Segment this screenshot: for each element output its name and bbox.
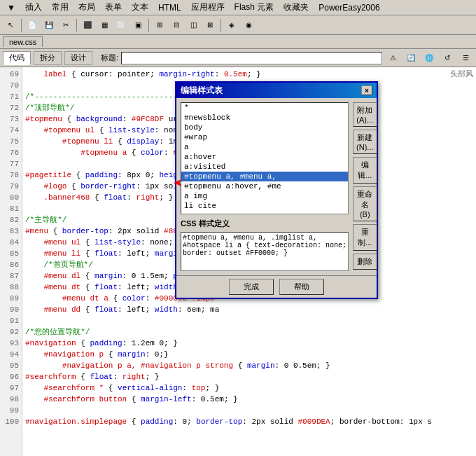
dialog-right-panel: 附加(A)... 新建(N)... 编辑... 重命名(B) 重制... 删除: [353, 102, 377, 271]
css-editor-dialog: 编辑样式表 × * #newsblock body #wrap a a:hove…: [175, 81, 378, 299]
css-definition-box: #topmenu a, #menu a, .imglist a, #hotspa…: [181, 232, 349, 271]
toolbar-btn-13[interactable]: ◉: [241, 18, 256, 33]
code-line-90: #menu dd { float: left; width: 6em; ma: [25, 304, 473, 315]
toolbar-btn-12[interactable]: ◈: [224, 18, 239, 33]
toolbar-reload[interactable]: ↺: [440, 50, 455, 66]
menu-dropdown-arrow[interactable]: ▼: [3, 1, 20, 14]
menu-form[interactable]: 表单: [101, 0, 126, 15]
delete-btn[interactable]: 删除: [353, 254, 377, 270]
list-item-a-img[interactable]: a img: [181, 191, 348, 201]
design-view-btn[interactable]: 设计: [64, 51, 92, 65]
menu-layout[interactable]: 布局: [74, 0, 99, 15]
list-item-topmenu-a[interactable]: #topmenu a, #menu a,: [181, 172, 348, 181]
title-input[interactable]: [121, 52, 382, 64]
ln-73: 73: [0, 113, 22, 125]
new-btn[interactable]: 新建(N)...: [353, 130, 377, 154]
menu-favorites[interactable]: 收藏夹: [279, 0, 313, 15]
attach-btn[interactable]: 附加(A)...: [353, 102, 377, 127]
view-toolbar: 代码 拆分 设计 标题: ⚠ 🔄 🌐 ↺ ☰: [0, 49, 476, 67]
toolbar-cursor[interactable]: ↖: [3, 18, 18, 33]
toolbar-btn-8[interactable]: ⊞: [152, 18, 167, 33]
ln-91: 91: [0, 315, 22, 326]
menu-insert[interactable]: 插入: [21, 0, 46, 15]
ln-94: 94: [0, 349, 22, 360]
dialog-close-btn[interactable]: ×: [361, 85, 372, 95]
ln-76: 76: [0, 147, 22, 158]
code-line-96: #searchform { float: right; }: [25, 371, 473, 382]
list-item-a[interactable]: a: [181, 142, 348, 152]
toolbar-btn-9[interactable]: ⊟: [169, 18, 184, 33]
toolbar-btn-6[interactable]: ⬜: [113, 18, 129, 33]
css-def-label: CSS 样式定义: [181, 219, 349, 229]
code-line-99: [25, 405, 473, 416]
list-item-a-hover[interactable]: a:hover: [181, 152, 348, 162]
code-line-98: #searchform button { margin-left: 0.5em;…: [25, 394, 473, 405]
ln-78: 78: [0, 170, 22, 181]
toolbar-sep-4: [220, 19, 221, 32]
toolbar-btn-3[interactable]: ✂: [58, 18, 74, 33]
css-selector-list[interactable]: * #newsblock body #wrap a a:hover a:visi…: [181, 102, 349, 214]
ln-86: 86: [0, 259, 22, 270]
help-btn[interactable]: 帮助: [279, 279, 324, 295]
split-view-btn[interactable]: 拆分: [34, 51, 62, 65]
ln-96: 96: [0, 371, 22, 382]
ln-90: 90: [0, 304, 22, 315]
dialog-title: 编辑样式表: [181, 85, 223, 97]
editor-area: 69 70 71 72 73 74 75 76 77 78 79 80 81 8…: [0, 67, 476, 456]
edit-btn[interactable]: 编辑...: [353, 157, 377, 184]
toolbar-sep-1: [21, 19, 22, 32]
menu-common[interactable]: 常用: [48, 0, 73, 15]
file-tab[interactable]: new.css: [3, 36, 43, 47]
duplicate-btn[interactable]: 重制...: [353, 224, 377, 251]
ln-75: 75: [0, 136, 22, 147]
ln-97: 97: [0, 382, 22, 394]
ln-99: 99: [0, 405, 22, 416]
section-label: 头部风: [450, 69, 473, 80]
list-item-star[interactable]: *: [181, 103, 348, 113]
dialog-left-panel: * #newsblock body #wrap a a:hover a:visi…: [181, 102, 349, 271]
menu-flash[interactable]: Flash 元素: [230, 0, 279, 15]
rename-btn[interactable]: 重命名(B): [353, 186, 377, 221]
code-view-btn[interactable]: 代码: [3, 51, 31, 65]
menu-powereasy[interactable]: PowerEasy2006: [314, 1, 384, 14]
ln-81: 81: [0, 203, 22, 214]
list-item-newsblock[interactable]: #newsblock: [181, 113, 348, 123]
list-item-a-visited[interactable]: a:visited: [181, 162, 348, 172]
list-item-wrap[interactable]: #wrap: [181, 132, 348, 142]
menu-text[interactable]: 文本: [127, 0, 153, 15]
ln-72: 72: [0, 102, 22, 113]
main-toolbar: ↖ 📄 💾 ✂ ⬛ ▦ ⬜ ▣ ⊞ ⊟ ◫ ⊠ ◈ ◉: [0, 15, 476, 35]
toolbar-warning[interactable]: ⚠: [385, 50, 400, 66]
list-item-li-cite[interactable]: li cite: [181, 201, 348, 211]
ln-80: 80: [0, 192, 22, 203]
file-tabbar: new.css: [0, 35, 476, 49]
toolbar-btn-1[interactable]: 📄: [24, 18, 40, 33]
code-line-69: label { cursor: pointer; margin-right: 0…: [25, 69, 473, 80]
ln-85: 85: [0, 248, 22, 259]
dialog-footer: 完成 帮助: [176, 275, 377, 298]
toolbar-btn-5[interactable]: ▦: [97, 18, 112, 33]
dialog-titlebar: 编辑样式表 ×: [176, 83, 377, 98]
title-label: 标题:: [101, 53, 118, 63]
toolbar-settings[interactable]: ☰: [458, 50, 473, 66]
done-btn[interactable]: 完成: [229, 279, 274, 295]
code-line-100: #navigation.simplepage { padding: 0; bor…: [25, 416, 473, 427]
toolbar-globe[interactable]: 🌐: [421, 50, 437, 66]
ln-70: 70: [0, 80, 22, 91]
toolbar-btn-7[interactable]: ▣: [130, 18, 146, 33]
ln-69: 69: [0, 69, 22, 80]
menu-html[interactable]: HTML: [154, 1, 186, 14]
toolbar-btn-2[interactable]: 💾: [41, 18, 57, 33]
ln-92: 92: [0, 326, 22, 338]
list-item-body[interactable]: body: [181, 123, 348, 132]
ln-71: 71: [0, 91, 22, 102]
toolbar-btn-11[interactable]: ⊠: [202, 18, 218, 33]
ln-93: 93: [0, 338, 22, 349]
ln-87: 87: [0, 270, 22, 282]
toolbar-btn-10[interactable]: ◫: [186, 18, 201, 33]
menu-app[interactable]: 应用程序: [187, 0, 229, 15]
toolbar-refresh[interactable]: 🔄: [403, 50, 419, 66]
list-item-topmenu-hover[interactable]: #topmenu a:hover, #me: [181, 181, 348, 191]
ln-100: 100: [0, 416, 22, 427]
toolbar-btn-4[interactable]: ⬛: [80, 18, 95, 33]
